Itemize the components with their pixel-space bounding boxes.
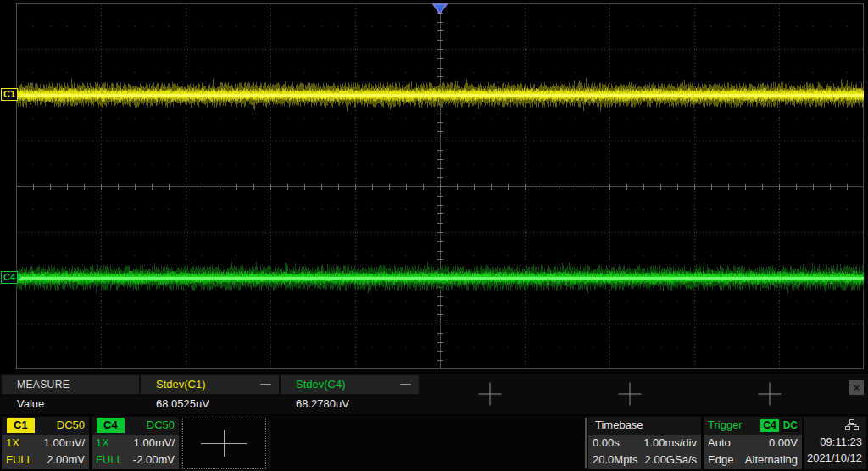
timebase-sample-rate: 2.00GSa/s — [645, 452, 697, 468]
timebase-box[interactable]: Timebase 0.00s 1.00ms/div 20.0Mpts 2.00G… — [588, 417, 701, 469]
close-icon[interactable]: × — [849, 380, 864, 395]
trigger-type: Edge — [708, 452, 733, 468]
channel-label-c1[interactable]: C1 — [1, 88, 18, 101]
channel-c1-attenuation: 1X — [6, 435, 19, 452]
measure-slot-2-value: 68.2780uV — [281, 395, 419, 413]
trigger-alt-mode: Alternating — [745, 452, 798, 468]
minus-icon[interactable] — [400, 384, 411, 385]
measure-title: MEASURE — [2, 375, 139, 394]
timebase-delay: 0.00s — [593, 435, 620, 452]
time-display: 09:11:23 — [804, 434, 866, 450]
measure-slot-1-name: Stdev(C1) — [156, 378, 206, 391]
channel-c4-tab[interactable]: C4 — [97, 418, 125, 433]
add-measurement-button-3[interactable] — [700, 374, 838, 414]
measure-slot-1-value: 68.0525uV — [141, 395, 279, 413]
channel-c1-scale: 1.00mV/ — [44, 435, 85, 452]
channel-label-c4[interactable]: C4 — [1, 271, 18, 284]
timebase-memory: 20.0Mpts — [593, 452, 637, 468]
trigger-level: 0.00V — [769, 435, 798, 452]
empty-channel-slot[interactable] — [182, 418, 266, 469]
timebase-title: Timebase — [588, 417, 701, 434]
channel-c4-coupling: DC50 — [147, 417, 175, 434]
trigger-coupling-badge: DC — [782, 419, 799, 432]
measure-slot-1[interactable]: Stdev(C1) — [141, 375, 279, 394]
channel-c1-offset: 2.00mV — [47, 452, 85, 468]
date-display: 2021/10/12 — [804, 450, 866, 466]
oscilloscope-screen: C1 C4 MEASURE Value Stdev(C1) 68.0525uV … — [0, 0, 868, 471]
channel-c4-bandwidth: FULL — [96, 452, 123, 468]
trigger-source-badge: C4 — [760, 419, 778, 432]
add-measurement-button-2[interactable] — [560, 374, 698, 414]
channel-c1-tab[interactable]: C1 — [7, 418, 35, 433]
status-bar: C1 DC50 1X 1.00mV/ FULL 2.00mV C4 DC50 — [0, 415, 868, 471]
add-measurement-button-1[interactable] — [420, 374, 559, 414]
lan-icon — [804, 417, 866, 434]
channel-c1-coupling: DC50 — [57, 417, 85, 434]
plus-icon — [758, 383, 781, 406]
channel-c1-bandwidth: FULL — [6, 452, 33, 468]
waveform-display[interactable] — [16, 3, 864, 369]
trigger-mode: Auto — [708, 435, 731, 452]
plus-icon — [478, 383, 501, 406]
trigger-title: Trigger — [708, 417, 743, 434]
channel-info-box-c1[interactable]: C1 DC50 1X 1.00mV/ FULL 2.00mV — [2, 417, 89, 469]
minus-icon[interactable] — [260, 384, 271, 385]
crosshair-icon — [224, 430, 225, 457]
measure-bar: MEASURE Value Stdev(C1) 68.0525uV Stdev(… — [0, 374, 868, 414]
timebase-scale: 1.00ms/div — [643, 435, 697, 452]
channel-info-box-c4[interactable]: C4 DC50 1X 1.00mV/ FULL -2.00mV — [92, 417, 179, 469]
plus-icon — [618, 383, 641, 406]
channel-c4-offset: -2.00mV — [133, 452, 175, 468]
trigger-position-indicator[interactable] — [432, 3, 448, 15]
channel-c4-attenuation: 1X — [96, 435, 109, 452]
divider — [585, 418, 587, 468]
clock-section: 09:11:23 2021/10/12 — [804, 417, 866, 469]
measure-slot-2-name: Stdev(C4) — [296, 378, 346, 391]
measure-slot-2[interactable]: Stdev(C4) — [281, 375, 419, 394]
measure-value-row-label: Value — [2, 395, 140, 413]
trigger-box[interactable]: Trigger C4 DC Auto 0.00V Edge Alternatin… — [704, 417, 802, 469]
channel-c4-scale: 1.00mV/ — [134, 435, 175, 452]
